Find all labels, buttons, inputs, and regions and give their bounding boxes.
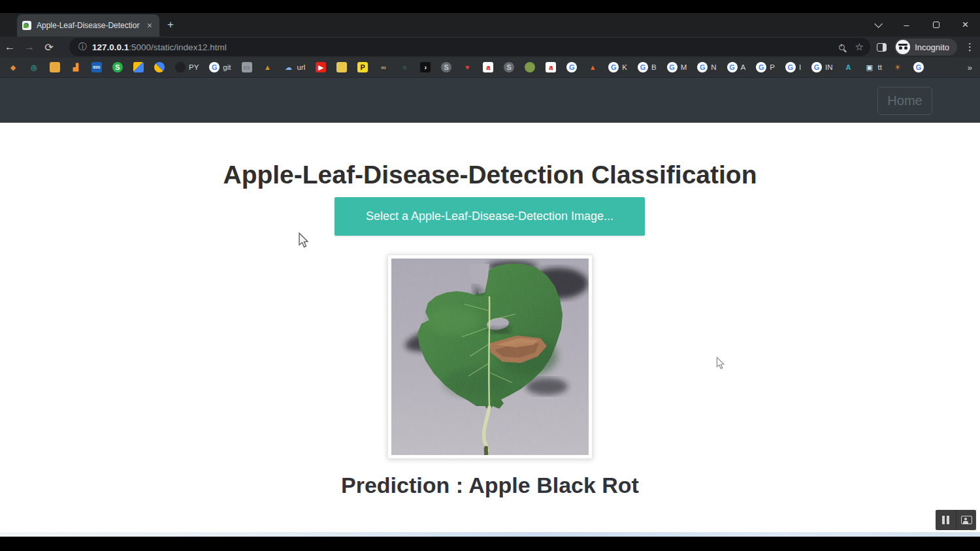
s-circle-icon[interactable]: S	[441, 62, 451, 72]
briefcase-icon[interactable]: ▭	[242, 62, 252, 72]
site-navbar: Home	[0, 78, 980, 123]
mouse-cursor	[297, 232, 310, 249]
pratilipi-icon[interactable]: P	[357, 62, 368, 72]
picture-in-picture-icon	[961, 516, 972, 524]
leaf-photo	[391, 259, 589, 455]
google-icon-in[interactable]: GIN	[811, 62, 833, 72]
google-icon-a[interactable]: GA	[727, 62, 746, 72]
google-icon-k-label: K	[622, 63, 627, 71]
picture-in-picture-button[interactable]	[956, 510, 976, 530]
matlab-icon[interactable]: ▲	[587, 62, 598, 72]
google-icon-a-label: A	[741, 63, 746, 71]
reload-icon[interactable]: ⟳	[39, 41, 59, 54]
tab-title: Apple-Leaf-Disease-Detection	[37, 21, 140, 30]
page-content: Apple-Leaf-Disease-Detection Classificat…	[0, 123, 980, 532]
bottom-edge-strip	[0, 532, 980, 537]
google-icon-n[interactable]: GN	[697, 62, 716, 72]
browser-menu-icon[interactable]: ⋮	[965, 41, 975, 53]
bookmark-star-icon[interactable]: ☆	[855, 41, 864, 53]
google-icon-in-label: IN	[825, 63, 833, 71]
tab-favicon-leaf-icon	[22, 21, 31, 30]
window-chevron-icon[interactable]	[862, 13, 892, 37]
window-controls: – ×	[862, 13, 980, 37]
google-icon-3[interactable]: G	[913, 62, 924, 72]
window-close-button[interactable]: ×	[951, 13, 980, 37]
google-icon-p[interactable]: GP	[756, 62, 775, 72]
address-bar[interactable]: ⓘ 127.0.0.1:5000/static/index12.html ☆	[69, 38, 870, 56]
bookmarks-list: ◆◎▟IEEESPYGgit▭▲☁url▶P∞○›S♥aSaG▲GKGBGMGN…	[8, 62, 924, 72]
google-icon-k[interactable]: GK	[608, 62, 627, 72]
youtube-icon[interactable]: ▶	[316, 62, 326, 72]
pause-button[interactable]	[936, 510, 956, 530]
incognito-badge: Incognito	[894, 39, 957, 55]
google-icon-m-label: M	[681, 63, 687, 71]
google-icon-i[interactable]: GI	[785, 62, 801, 72]
monitor-icon[interactable]: ▣tt	[864, 62, 882, 72]
google-icon[interactable]: Ggit	[209, 62, 231, 72]
site-info-icon[interactable]: ⓘ	[78, 41, 87, 53]
google-icon-b[interactable]: GB	[638, 62, 657, 72]
screen: Apple-Leaf-Disease-Detection × + – × ← →…	[0, 0, 980, 551]
sticky-note-icon[interactable]	[336, 62, 347, 72]
airtel-icon[interactable]: a	[483, 62, 493, 72]
home-button[interactable]: Home	[877, 87, 932, 115]
godaddy-icon[interactable]: ◎	[29, 62, 39, 72]
window-minimize-button[interactable]: –	[892, 13, 921, 37]
google-icon-n-label: N	[711, 63, 716, 71]
url-path: :5000/static/index12.html	[129, 42, 226, 52]
cloud-icon[interactable]: ☁url	[284, 62, 306, 72]
back-icon[interactable]: ←	[0, 41, 20, 53]
google-icon-m[interactable]: GM	[667, 62, 687, 72]
google-icon-b-label: B	[651, 63, 657, 71]
mountain-icon[interactable]: ▲	[263, 62, 273, 72]
prediction-text: Prediction : Apple Black Rot	[0, 473, 980, 498]
browser-tab[interactable]: Apple-Leaf-Disease-Detection ×	[17, 14, 159, 37]
new-tab-button[interactable]: +	[167, 18, 174, 31]
browser-toolbar: ← → ⟳ ⓘ 127.0.0.1:5000/static/index12.ht…	[0, 37, 980, 57]
incognito-icon	[896, 40, 910, 54]
leaf-photo-card	[387, 255, 593, 459]
google-ads-icon[interactable]	[133, 62, 144, 72]
kite-icon[interactable]: ◆	[8, 62, 18, 72]
page-title: Apple-Leaf-Disease-Detection Classificat…	[0, 161, 980, 189]
bar-chart-icon[interactable]: ▟	[71, 62, 81, 72]
badge-icon[interactable]	[50, 62, 60, 72]
bookmarks-overflow-icon[interactable]: »	[968, 63, 972, 72]
side-panel-icon[interactable]	[877, 43, 887, 52]
incognito-label: Incognito	[915, 42, 949, 52]
google-icon-i-label: I	[799, 63, 801, 71]
google-icon-2[interactable]: G	[566, 62, 577, 72]
forward-icon[interactable]: →	[20, 41, 39, 53]
adsense-icon[interactable]	[154, 62, 165, 72]
s-circle-icon-2[interactable]: S	[504, 62, 514, 72]
github-icon-label: PY	[189, 63, 199, 71]
select-image-button[interactable]: Select a Apple-Leaf-Disease-Detection Im…	[335, 197, 645, 236]
glasses-icon[interactable]: ∞	[378, 62, 389, 72]
bird-icon[interactable]: ›	[420, 62, 431, 72]
airtel-icon-2[interactable]: a	[546, 62, 556, 72]
olive-circle-icon[interactable]	[525, 62, 535, 72]
url-host: 127.0.0.1	[92, 42, 129, 52]
appian-icon[interactable]: A	[843, 62, 854, 72]
google-icon-label: git	[223, 63, 231, 71]
google-icon-p-label: P	[770, 63, 775, 71]
pause-icon	[942, 516, 949, 524]
url-text[interactable]: 127.0.0.1:5000/static/index12.html	[92, 42, 227, 52]
window-maximize-button[interactable]	[921, 13, 951, 37]
monitor-icon-label: tt	[878, 63, 882, 71]
green-ring-icon[interactable]: ○	[399, 62, 410, 72]
cloud-icon-label: url	[297, 63, 306, 71]
ieee-icon[interactable]: IEEE	[91, 62, 102, 72]
video-controls-overlay	[936, 510, 976, 530]
tab-close-icon[interactable]: ×	[145, 21, 154, 30]
github-icon[interactable]: PY	[175, 62, 199, 72]
secondary-cursor	[715, 356, 726, 371]
heart-icon[interactable]: ♥	[462, 62, 472, 72]
bookmarks-bar: ◆◎▟IEEESPYGgit▭▲☁url▶P∞○›S♥aSaG▲GKGBGMGN…	[0, 57, 980, 78]
sun-icon[interactable]: ☀	[892, 62, 903, 72]
money-circle-icon[interactable]: S	[112, 62, 123, 72]
browser-tab-strip: Apple-Leaf-Disease-Detection × + – ×	[0, 13, 980, 37]
zoom-icon[interactable]	[839, 44, 845, 50]
